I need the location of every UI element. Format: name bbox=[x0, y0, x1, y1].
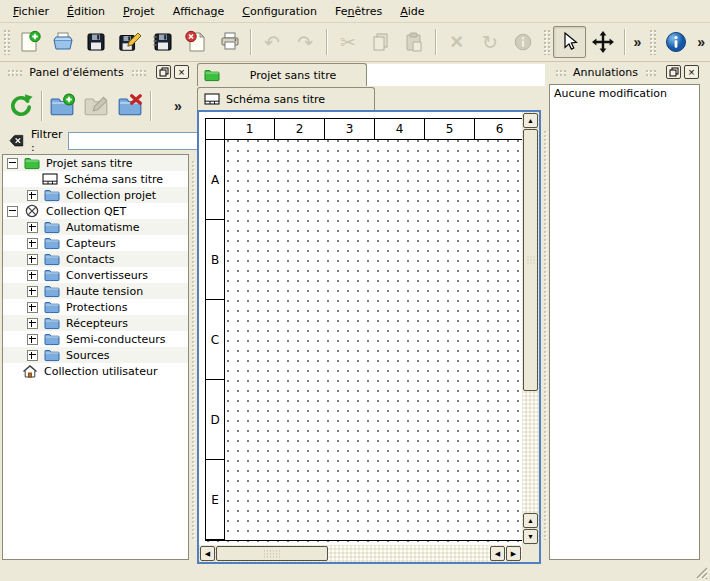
close-panel-button[interactable]: × bbox=[174, 65, 189, 79]
menu-fichier[interactable]: Fichier bbox=[4, 2, 58, 21]
close-panel-button[interactable]: × bbox=[684, 65, 699, 79]
tree-item-semi-conducteurs[interactable]: Semi-conducteurs bbox=[3, 331, 188, 347]
new-category-button[interactable] bbox=[45, 88, 79, 124]
drawing-area[interactable] bbox=[225, 140, 525, 540]
about-button[interactable] bbox=[659, 26, 692, 58]
tree-item-convertisseurs[interactable]: Convertisseurs bbox=[3, 267, 188, 283]
tree-item-projet-sans-titre[interactable]: Projet sans titre bbox=[3, 155, 188, 171]
toolbar-overflow-button[interactable]: » bbox=[629, 26, 647, 58]
undo-panel-header: Annulations × bbox=[548, 62, 710, 82]
undo-list[interactable]: Aucune modification bbox=[549, 84, 700, 560]
expand-expander[interactable] bbox=[27, 286, 38, 297]
open-file-icon bbox=[51, 30, 75, 54]
scroll-down-button[interactable]: ▼ bbox=[523, 529, 538, 544]
expand-expander[interactable] bbox=[27, 270, 38, 281]
tab-schema-sans-titre[interactable]: Schéma sans titre bbox=[197, 87, 375, 110]
expand-expander[interactable] bbox=[27, 190, 38, 201]
blue-folder-icon bbox=[44, 252, 60, 266]
horizontal-scrollbar[interactable]: ◀ ◀ ▶ bbox=[199, 545, 522, 562]
tree-item-collection-projet[interactable]: Collection projet bbox=[3, 187, 188, 203]
tree-item-recepteurs[interactable]: Récepteurs bbox=[3, 315, 188, 331]
clear-filter-button[interactable] bbox=[6, 131, 26, 151]
toolbar-grip[interactable] bbox=[3, 29, 10, 55]
tree-item-sources[interactable]: Sources bbox=[3, 347, 188, 363]
schema-canvas[interactable]: 1 2 3 4 5 6 A B C D E bbox=[199, 112, 522, 545]
right-splitter-handle[interactable] bbox=[543, 130, 548, 540]
reload-collections-button[interactable] bbox=[4, 88, 38, 124]
collapse-expander[interactable] bbox=[7, 158, 18, 169]
grid-row-header: B bbox=[206, 220, 225, 300]
green-folder-icon bbox=[24, 156, 40, 170]
collapse-expander[interactable] bbox=[7, 206, 18, 217]
menu-edition[interactable]: Édition bbox=[58, 2, 114, 21]
dock-grip[interactable] bbox=[645, 69, 656, 76]
paste-button bbox=[398, 26, 431, 58]
new-file-button[interactable] bbox=[13, 26, 46, 58]
expand-expander[interactable] bbox=[27, 254, 38, 265]
tree-item-automatisme[interactable]: Automatisme bbox=[3, 219, 188, 235]
scroll-up-button-2[interactable]: ▲ bbox=[523, 513, 538, 528]
menu-fenetres[interactable]: Fenêtres bbox=[326, 2, 391, 21]
toolbar-grip[interactable] bbox=[649, 29, 656, 55]
pan-mode-button[interactable] bbox=[586, 26, 619, 58]
tree-item-haute-tension[interactable]: Haute tension bbox=[3, 283, 188, 299]
vertical-scroll-thumb[interactable] bbox=[523, 129, 538, 391]
scroll-right-button[interactable]: ▶ bbox=[506, 546, 521, 561]
expand-expander[interactable] bbox=[27, 318, 38, 329]
tree-item-collection-utilisateur[interactable]: Collection utilisateur bbox=[3, 363, 188, 379]
scroll-left-button-2[interactable]: ◀ bbox=[490, 546, 505, 561]
dock-grip[interactable] bbox=[555, 69, 566, 76]
scroll-left-button[interactable]: ◀ bbox=[200, 546, 215, 561]
help-overflow-button[interactable]: » bbox=[692, 26, 710, 58]
blue-folder-icon bbox=[44, 316, 60, 330]
expand-expander[interactable] bbox=[27, 222, 38, 233]
cursor-icon bbox=[558, 30, 582, 54]
project-tab-label: Projet sans titre bbox=[226, 69, 360, 82]
up-arrow-icon: ▲ bbox=[527, 517, 534, 524]
select-mode-button[interactable] bbox=[553, 26, 586, 58]
menu-projet[interactable]: Projet bbox=[114, 2, 164, 21]
toolbar-grip[interactable] bbox=[543, 29, 550, 55]
expand-expander[interactable] bbox=[27, 238, 38, 249]
scrollbar-corner bbox=[522, 545, 539, 562]
dock-grip[interactable] bbox=[7, 69, 22, 76]
close-file-button[interactable] bbox=[180, 26, 213, 58]
expand-expander[interactable] bbox=[27, 350, 38, 361]
grid-row-header: D bbox=[206, 380, 225, 460]
undo-list-item[interactable]: Aucune modification bbox=[550, 85, 699, 102]
delete-button: × bbox=[440, 26, 473, 58]
menu-configuration[interactable]: Configuration bbox=[233, 2, 326, 21]
float-panel-button[interactable] bbox=[666, 65, 681, 79]
expand-expander[interactable] bbox=[27, 334, 38, 345]
tab-projet-sans-titre[interactable]: Projet sans titre bbox=[197, 63, 367, 86]
delete-category-button[interactable] bbox=[113, 88, 147, 124]
tree-item-collection-qet[interactable]: Collection QET bbox=[3, 203, 188, 219]
save-all-button[interactable] bbox=[146, 26, 179, 58]
open-file-button[interactable] bbox=[46, 26, 79, 58]
delete-icon: × bbox=[450, 31, 463, 53]
tree-item-capteurs[interactable]: Capteurs bbox=[3, 235, 188, 251]
print-button[interactable] bbox=[213, 26, 246, 58]
dock-grip[interactable] bbox=[131, 69, 146, 76]
tree-item-schema-sans-titre[interactable]: Schéma sans titre bbox=[3, 171, 188, 187]
scroll-up-button[interactable]: ▲ bbox=[523, 113, 538, 128]
vertical-scrollbar[interactable]: ▲ ▲ ▼ bbox=[522, 112, 539, 545]
toolbar-separator bbox=[435, 29, 436, 55]
horizontal-scroll-thumb[interactable] bbox=[216, 546, 328, 561]
save-button[interactable] bbox=[80, 26, 113, 58]
window-resize-grip[interactable] bbox=[693, 564, 708, 579]
save-as-button[interactable] bbox=[113, 26, 146, 58]
main-toolbar: ↶ ↷ ✂ × ↻ » » bbox=[0, 23, 710, 62]
undo-icon: ↶ bbox=[264, 33, 280, 52]
menu-aide[interactable]: Aide bbox=[391, 2, 433, 21]
chevron-right-icon: » bbox=[631, 34, 643, 50]
left-splitter-handle[interactable] bbox=[191, 160, 196, 540]
panel-separator bbox=[150, 91, 151, 121]
panel-overflow-button[interactable]: » bbox=[168, 90, 188, 122]
blue-folder-icon bbox=[44, 188, 60, 202]
tree-item-contacts[interactable]: Contacts bbox=[3, 251, 188, 267]
tree-item-protections[interactable]: Protections bbox=[3, 299, 188, 315]
menu-affichage[interactable]: Affichage bbox=[164, 2, 234, 21]
float-panel-button[interactable] bbox=[156, 65, 171, 79]
expand-expander[interactable] bbox=[27, 302, 38, 313]
